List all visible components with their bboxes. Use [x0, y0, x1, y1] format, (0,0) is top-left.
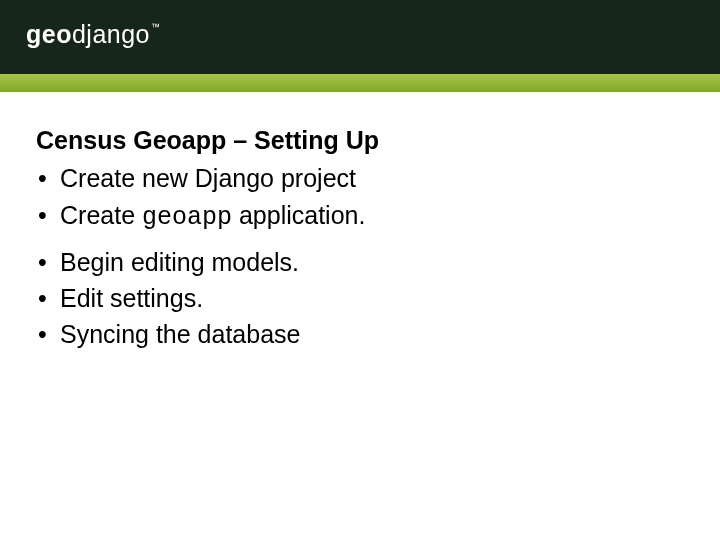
bullet-text: Begin editing models. [60, 248, 299, 276]
bullet-group-1: Create new Django project Create geoapp … [36, 160, 684, 236]
spacer [36, 236, 684, 244]
bullet-group-2: Begin editing models. Edit settings. Syn… [36, 244, 684, 353]
bullet-text-pre: Create [60, 201, 142, 229]
list-item: Edit settings. [36, 280, 684, 316]
bullet-text-post: application. [232, 201, 365, 229]
list-item: Syncing the database [36, 316, 684, 352]
slide-content: Census Geoapp – Setting Up Create new Dj… [0, 92, 720, 353]
bullet-text: Syncing the database [60, 320, 300, 348]
bullet-code: geoapp [142, 203, 232, 232]
accent-bar [0, 74, 720, 92]
bullet-text: Edit settings. [60, 284, 203, 312]
list-item: Create new Django project [36, 160, 684, 196]
slide: geodjango™ Census Geoapp – Setting Up Cr… [0, 0, 720, 540]
list-item: Begin editing models. [36, 244, 684, 280]
bullet-text: Create new Django project [60, 164, 356, 192]
header-bar: geodjango™ [0, 0, 720, 74]
brand-trademark: ™ [151, 22, 161, 32]
brand-suffix: django [72, 20, 150, 48]
brand-prefix: geo [26, 20, 72, 48]
list-item: Create geoapp application. [36, 197, 684, 236]
brand-logo: geodjango™ [26, 20, 160, 49]
slide-title: Census Geoapp – Setting Up [36, 122, 684, 158]
